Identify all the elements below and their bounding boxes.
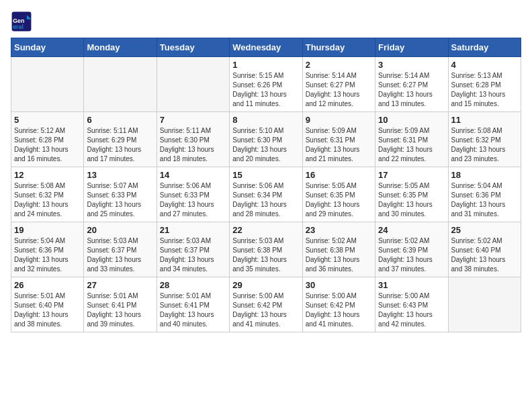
day-info: Sunrise: 5:15 AM Sunset: 6:26 PM Dayligh… (232, 71, 299, 109)
calendar-day: 5 Sunrise: 5:12 AM Sunset: 6:28 PM Dayli… (11, 112, 84, 167)
calendar-day: 27 Sunrise: 5:01 AM Sunset: 6:41 PM Dayl… (84, 277, 157, 332)
calendar-day: 9 Sunrise: 5:09 AM Sunset: 6:31 PM Dayli… (302, 112, 375, 167)
day-number: 25 (451, 225, 518, 235)
day-info: Sunrise: 5:02 AM Sunset: 6:38 PM Dayligh… (306, 236, 372, 274)
day-number: 19 (14, 225, 81, 235)
page-header: Gen eral (11, 11, 521, 32)
calendar-week-1: 1 Sunrise: 5:15 AM Sunset: 6:26 PM Dayli… (11, 57, 521, 112)
day-info: Sunrise: 5:06 AM Sunset: 6:33 PM Dayligh… (160, 181, 226, 219)
day-info: Sunrise: 5:01 AM Sunset: 6:40 PM Dayligh… (14, 291, 81, 329)
day-number: 3 (378, 60, 445, 70)
day-info: Sunrise: 5:04 AM Sunset: 6:36 PM Dayligh… (14, 236, 81, 274)
day-number: 31 (378, 280, 445, 290)
day-info: Sunrise: 5:04 AM Sunset: 6:36 PM Dayligh… (451, 181, 518, 219)
day-number: 14 (160, 170, 226, 180)
calendar-day: 30 Sunrise: 5:00 AM Sunset: 6:42 PM Dayl… (302, 277, 375, 332)
day-number: 4 (451, 60, 518, 70)
calendar-day: 24 Sunrise: 5:02 AM Sunset: 6:39 PM Dayl… (375, 222, 448, 277)
day-info: Sunrise: 5:01 AM Sunset: 6:41 PM Dayligh… (87, 291, 153, 329)
logo: Gen eral (11, 11, 35, 32)
day-number: 29 (232, 280, 299, 290)
day-info: Sunrise: 5:05 AM Sunset: 6:35 PM Dayligh… (378, 181, 445, 219)
calendar-day: 11 Sunrise: 5:08 AM Sunset: 6:32 PM Dayl… (448, 112, 521, 167)
day-number: 22 (232, 225, 299, 235)
day-info: Sunrise: 5:12 AM Sunset: 6:28 PM Dayligh… (14, 126, 81, 164)
weekday-header-sunday: Sunday (11, 38, 84, 57)
weekday-header-wednesday: Wednesday (230, 38, 302, 57)
day-info: Sunrise: 5:03 AM Sunset: 6:38 PM Dayligh… (232, 236, 299, 274)
day-number: 26 (14, 280, 81, 290)
weekday-header-tuesday: Tuesday (157, 38, 229, 57)
calendar-day: 8 Sunrise: 5:10 AM Sunset: 6:30 PM Dayli… (230, 112, 302, 167)
calendar-day: 6 Sunrise: 5:11 AM Sunset: 6:29 PM Dayli… (84, 112, 157, 167)
day-info: Sunrise: 5:03 AM Sunset: 6:37 PM Dayligh… (87, 236, 153, 274)
day-info: Sunrise: 5:11 AM Sunset: 6:29 PM Dayligh… (87, 126, 153, 164)
weekday-header-monday: Monday (84, 38, 157, 57)
calendar-day: 19 Sunrise: 5:04 AM Sunset: 6:36 PM Dayl… (11, 222, 84, 277)
day-info: Sunrise: 5:07 AM Sunset: 6:33 PM Dayligh… (87, 181, 153, 219)
day-number: 2 (306, 60, 372, 70)
day-info: Sunrise: 5:05 AM Sunset: 6:35 PM Dayligh… (306, 181, 372, 219)
calendar-day (11, 57, 84, 112)
calendar-day: 3 Sunrise: 5:14 AM Sunset: 6:27 PM Dayli… (375, 57, 448, 112)
logo-icon: Gen eral (11, 11, 32, 32)
calendar-day: 4 Sunrise: 5:13 AM Sunset: 6:28 PM Dayli… (448, 57, 521, 112)
calendar-day: 31 Sunrise: 5:00 AM Sunset: 6:43 PM Dayl… (375, 277, 448, 332)
day-number: 13 (87, 170, 153, 180)
day-info: Sunrise: 5:09 AM Sunset: 6:31 PM Dayligh… (378, 126, 445, 164)
calendar-day (84, 57, 157, 112)
calendar-day: 25 Sunrise: 5:02 AM Sunset: 6:40 PM Dayl… (448, 222, 521, 277)
day-info: Sunrise: 5:11 AM Sunset: 6:30 PM Dayligh… (160, 126, 226, 164)
day-info: Sunrise: 5:14 AM Sunset: 6:27 PM Dayligh… (306, 71, 372, 109)
day-info: Sunrise: 5:02 AM Sunset: 6:39 PM Dayligh… (378, 236, 445, 274)
day-number: 23 (306, 225, 372, 235)
calendar-day: 12 Sunrise: 5:08 AM Sunset: 6:32 PM Dayl… (11, 167, 84, 222)
day-number: 18 (451, 170, 518, 180)
day-number: 6 (87, 115, 153, 125)
calendar-day: 22 Sunrise: 5:03 AM Sunset: 6:38 PM Dayl… (230, 222, 302, 277)
day-info: Sunrise: 5:00 AM Sunset: 6:43 PM Dayligh… (378, 291, 445, 329)
day-info: Sunrise: 5:00 AM Sunset: 6:42 PM Dayligh… (306, 291, 372, 329)
calendar-day: 13 Sunrise: 5:07 AM Sunset: 6:33 PM Dayl… (84, 167, 157, 222)
calendar-day: 14 Sunrise: 5:06 AM Sunset: 6:33 PM Dayl… (157, 167, 229, 222)
calendar-day: 10 Sunrise: 5:09 AM Sunset: 6:31 PM Dayl… (375, 112, 448, 167)
day-number: 11 (451, 115, 518, 125)
calendar-day (157, 57, 229, 112)
day-info: Sunrise: 5:08 AM Sunset: 6:32 PM Dayligh… (451, 126, 518, 164)
day-number: 9 (306, 115, 372, 125)
day-info: Sunrise: 5:09 AM Sunset: 6:31 PM Dayligh… (306, 126, 372, 164)
weekday-header-saturday: Saturday (448, 38, 521, 57)
day-number: 24 (378, 225, 445, 235)
day-info: Sunrise: 5:02 AM Sunset: 6:40 PM Dayligh… (451, 236, 518, 274)
day-number: 8 (232, 115, 299, 125)
calendar-day: 2 Sunrise: 5:14 AM Sunset: 6:27 PM Dayli… (302, 57, 375, 112)
day-info: Sunrise: 5:10 AM Sunset: 6:30 PM Dayligh… (232, 126, 299, 164)
day-number: 10 (378, 115, 445, 125)
day-info: Sunrise: 5:00 AM Sunset: 6:42 PM Dayligh… (232, 291, 299, 329)
day-info: Sunrise: 5:06 AM Sunset: 6:34 PM Dayligh… (232, 181, 299, 219)
calendar-day: 26 Sunrise: 5:01 AM Sunset: 6:40 PM Dayl… (11, 277, 84, 332)
calendar-day: 28 Sunrise: 5:01 AM Sunset: 6:41 PM Dayl… (157, 277, 229, 332)
calendar-week-2: 5 Sunrise: 5:12 AM Sunset: 6:28 PM Dayli… (11, 112, 521, 167)
weekday-header-friday: Friday (375, 38, 448, 57)
calendar-table: SundayMondayTuesdayWednesdayThursdayFrid… (11, 38, 521, 332)
svg-text:Gen: Gen (13, 17, 24, 24)
day-number: 27 (87, 280, 153, 290)
calendar-week-5: 26 Sunrise: 5:01 AM Sunset: 6:40 PM Dayl… (11, 277, 521, 332)
calendar-week-3: 12 Sunrise: 5:08 AM Sunset: 6:32 PM Dayl… (11, 167, 521, 222)
svg-text:eral: eral (13, 24, 24, 30)
day-number: 30 (306, 280, 372, 290)
calendar-day: 23 Sunrise: 5:02 AM Sunset: 6:38 PM Dayl… (302, 222, 375, 277)
day-number: 16 (306, 170, 372, 180)
calendar-header-row: SundayMondayTuesdayWednesdayThursdayFrid… (11, 38, 521, 57)
day-number: 1 (232, 60, 299, 70)
day-number: 12 (14, 170, 81, 180)
calendar-day: 7 Sunrise: 5:11 AM Sunset: 6:30 PM Dayli… (157, 112, 229, 167)
day-info: Sunrise: 5:01 AM Sunset: 6:41 PM Dayligh… (160, 291, 226, 329)
calendar-day: 29 Sunrise: 5:00 AM Sunset: 6:42 PM Dayl… (230, 277, 302, 332)
calendar-day: 1 Sunrise: 5:15 AM Sunset: 6:26 PM Dayli… (230, 57, 302, 112)
weekday-header-thursday: Thursday (302, 38, 375, 57)
day-info: Sunrise: 5:13 AM Sunset: 6:28 PM Dayligh… (451, 71, 518, 109)
day-number: 21 (160, 225, 226, 235)
calendar-day: 18 Sunrise: 5:04 AM Sunset: 6:36 PM Dayl… (448, 167, 521, 222)
